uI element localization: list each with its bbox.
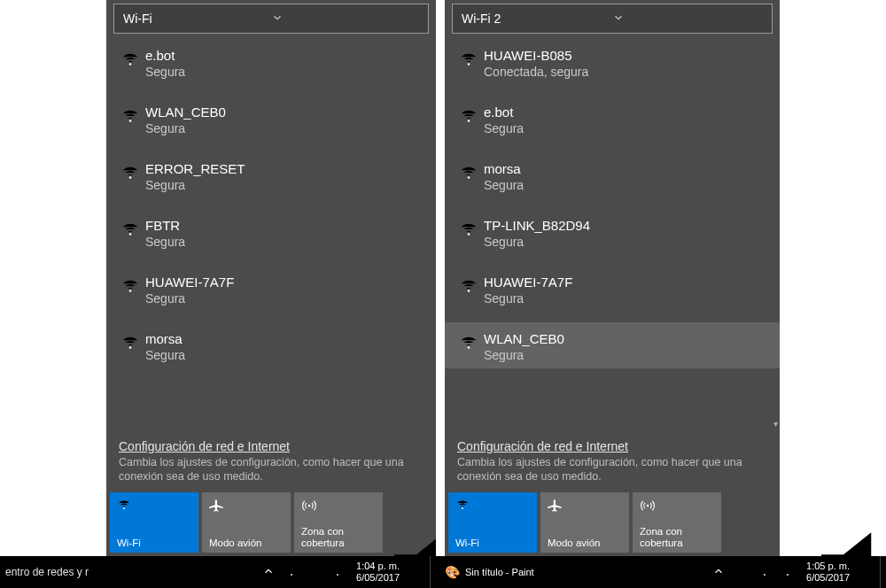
tray-clock[interactable]: 1:04 p. m. 6/05/2017 <box>349 561 407 584</box>
wifi-icon <box>115 218 145 242</box>
show-desktop-button[interactable] <box>430 556 436 588</box>
adapter-label: Wi-Fi 2 <box>462 12 612 26</box>
paint-app-icon[interactable]: 🎨 <box>445 565 460 579</box>
wifi-network-item[interactable]: HUAWEI-7A7FSegura <box>445 266 780 322</box>
wifi-icon <box>454 331 484 355</box>
taskbar: 🎨 Sin título - Paint 1:05 p. m. 6/05/201… <box>436 556 886 588</box>
wifi-network-item[interactable]: WLAN_CEB0Segura <box>106 96 436 152</box>
network-settings-link[interactable]: Configuración de red e Internet Cambia l… <box>445 430 780 492</box>
taskbar-app[interactable]: Sin título - Paint <box>465 556 540 588</box>
wifi-icon <box>115 331 145 355</box>
wifi-network-item[interactable]: TP-LINK_B82D94Segura <box>445 209 780 266</box>
wifi-network-list: e.botSegura WLAN_CEB0Segura ERROR_RESETS… <box>106 39 436 430</box>
wifi-icon <box>454 104 484 128</box>
tray-wifi-icon[interactable] <box>280 564 303 580</box>
wifi-icon <box>455 498 532 515</box>
wifi-icon <box>454 275 484 298</box>
wifi-icon <box>454 218 484 242</box>
wifi-network-item[interactable]: HUAWEI-B085Conectada, segura <box>445 39 780 96</box>
airplane-mode-tile[interactable]: Modo avión <box>540 492 629 553</box>
wifi-adapter-dropdown[interactable]: Wi-Fi 2 <box>452 4 773 34</box>
tray-volume-icon[interactable] <box>303 505 326 588</box>
wifi-network-list: HUAWEI-B085Conectada, segura e.botSegura… <box>445 39 780 430</box>
airplane-icon <box>209 498 285 515</box>
wifi-icon <box>454 161 484 185</box>
tray-volume-icon[interactable] <box>730 505 753 588</box>
wifi-network-item[interactable]: WLAN_CEB0Segura <box>445 322 780 368</box>
wifi-icon <box>115 104 145 128</box>
wifi-icon <box>115 161 145 185</box>
wifi-icon <box>115 275 145 298</box>
tray-chevron-icon[interactable] <box>707 565 730 579</box>
network-settings-link[interactable]: Configuración de red e Internet Cambia l… <box>106 430 436 492</box>
wifi-network-item[interactable]: FBTRSegura <box>106 209 436 266</box>
airplane-mode-tile[interactable]: Modo avión <box>202 492 291 553</box>
wifi-network-item[interactable]: HUAWEI-7A7FSegura <box>106 266 436 322</box>
wifi-network-item[interactable]: e.botSegura <box>445 96 780 152</box>
wifi-tile[interactable]: Wi-Fi <box>448 492 537 553</box>
wifi-network-item[interactable]: morsaSegura <box>106 322 436 368</box>
tray-wifi-icon[interactable] <box>753 564 776 580</box>
show-desktop-button[interactable] <box>880 556 886 588</box>
wifi-tile[interactable]: Wi-Fi <box>110 492 198 553</box>
wifi-icon <box>454 48 484 72</box>
wifi-adapter-dropdown[interactable]: Wi-Fi <box>113 4 429 34</box>
adapter-label: Wi-Fi <box>123 12 271 26</box>
action-center-icon[interactable] <box>857 505 880 588</box>
hotspot-icon <box>640 498 716 515</box>
wifi-network-item[interactable]: ERROR_RESETSegura <box>106 152 436 209</box>
airplane-icon <box>548 498 624 515</box>
scroll-down-icon[interactable]: ▾ <box>773 419 778 429</box>
tray-wifi2-icon[interactable] <box>776 564 799 580</box>
wifi-icon <box>117 498 193 515</box>
hotspot-tile[interactable]: Zona con cobertura <box>633 492 721 553</box>
chevron-down-icon <box>271 12 419 27</box>
wifi-network-item[interactable]: morsaSegura <box>445 152 780 209</box>
tray-chevron-icon[interactable] <box>257 565 280 579</box>
action-center-icon[interactable] <box>407 505 430 588</box>
taskbar-app[interactable]: entro de redes y r <box>0 556 94 588</box>
wifi-network-item[interactable]: e.botSegura <box>106 39 436 96</box>
chevron-down-icon <box>612 12 763 27</box>
tray-wifi2-icon[interactable] <box>326 564 349 580</box>
tray-clock[interactable]: 1:05 p. m. 6/05/2017 <box>799 561 857 584</box>
wifi-icon <box>115 48 145 72</box>
taskbar: entro de redes y r 1:04 p. m. 6/05/2017 <box>0 556 436 588</box>
